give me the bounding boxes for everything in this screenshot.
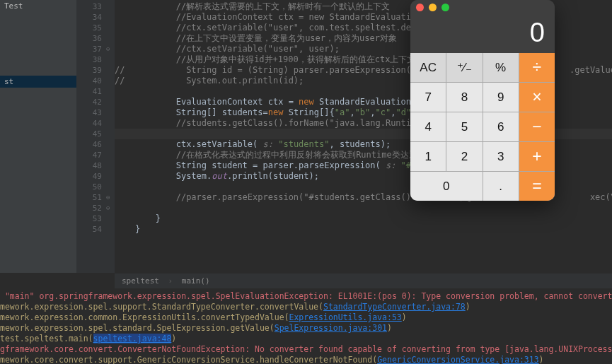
code-token: new bbox=[299, 97, 314, 107]
console-text: mework.core.convert.support.GenericConve… bbox=[0, 355, 377, 364]
code-line[interactable]: } bbox=[115, 213, 612, 224]
code-token: //在上下文中设置变量，变量名为user，内容为user对象 bbox=[115, 33, 397, 43]
calc-button-5[interactable]: 5 bbox=[446, 112, 482, 141]
calc-button-0[interactable]: 0 bbox=[410, 172, 483, 201]
calc-button-AC[interactable]: AC bbox=[410, 53, 446, 82]
console-text: ) bbox=[387, 323, 392, 333]
code-token: String[]{ bbox=[283, 107, 334, 117]
calc-button-÷[interactable]: ÷ bbox=[519, 53, 555, 82]
fold-icon[interactable]: ⊖ bbox=[106, 203, 110, 213]
console-line[interactable]: mework.expression.spel.standard.SpelExpr… bbox=[0, 323, 612, 334]
calc-button-⁺∕₋[interactable]: ⁺∕₋ bbox=[446, 53, 482, 82]
close-icon[interactable] bbox=[416, 4, 424, 11]
calc-button-%[interactable]: % bbox=[483, 53, 519, 82]
calculator-titlebar[interactable] bbox=[410, 0, 555, 15]
line-number[interactable]: 43 bbox=[76, 107, 102, 118]
console-line[interactable]: mework.expression.spel.support.StandardT… bbox=[0, 302, 612, 312]
code-line[interactable]: } bbox=[115, 224, 612, 235]
calc-button-+[interactable]: + bbox=[519, 142, 555, 171]
calc-button-−[interactable]: − bbox=[519, 112, 555, 141]
line-number[interactable]: 33 bbox=[76, 1, 102, 12]
line-number[interactable]: 35 bbox=[76, 23, 102, 33]
line-number[interactable]: 45 bbox=[76, 129, 102, 139]
console-line[interactable]: mework.core.convert.support.GenericConve… bbox=[0, 355, 612, 364]
console-line[interactable]: gframework.core.convert.ConverterNotFoun… bbox=[0, 344, 612, 355]
code-token: s: bbox=[263, 139, 279, 149]
stacktrace-link[interactable]: speltest.java:48 bbox=[93, 334, 172, 344]
stacktrace-link[interactable]: SpelExpression.java:301 bbox=[275, 323, 387, 333]
line-number[interactable]: 54 bbox=[76, 224, 102, 235]
code-token: String student = parser.parseExpression( bbox=[115, 160, 386, 170]
console-line[interactable]: test.speltest.main(speltest.java:48) bbox=[0, 334, 612, 344]
calc-button-8[interactable]: 8 bbox=[446, 83, 482, 112]
line-number[interactable]: 51 bbox=[76, 192, 102, 203]
code-token: String[] students= bbox=[115, 107, 268, 117]
calculator-display: 0 bbox=[410, 15, 555, 53]
code-token: //从用户对象中获得id并+1900，获得解析后的值在ctx上下文中 bbox=[115, 54, 424, 64]
line-number[interactable]: 38 bbox=[76, 54, 102, 65]
code-token: , bbox=[370, 107, 375, 117]
line-number[interactable]: 47 bbox=[76, 150, 102, 160]
code-token: } bbox=[115, 224, 140, 234]
project-sidebar[interactable]: Testst bbox=[0, 0, 76, 273]
zoom-icon[interactable] bbox=[441, 4, 449, 11]
line-number[interactable]: 48 bbox=[76, 160, 102, 171]
code-token: // System.out.println(id); bbox=[115, 76, 304, 86]
calc-button-=[interactable]: = bbox=[519, 172, 555, 201]
console-text: test.speltest.main( bbox=[0, 334, 93, 344]
calc-button-4[interactable]: 4 bbox=[410, 112, 446, 141]
line-number[interactable]: 40 bbox=[76, 76, 102, 86]
code-token: //ctx.setVariable("user", com.test.spelt… bbox=[115, 23, 432, 33]
fold-icon[interactable]: ⊖ bbox=[106, 192, 110, 203]
line-number[interactable]: 53 bbox=[76, 213, 102, 224]
console-text: "main" org.springframework.expression.sp… bbox=[0, 291, 612, 301]
stacktrace-link[interactable]: GenericConversionService.java:313 bbox=[377, 355, 538, 364]
line-number[interactable]: 44 bbox=[76, 118, 102, 129]
console-line[interactable]: "main" org.springframework.expression.sp… bbox=[0, 291, 612, 302]
console-text: ) bbox=[402, 312, 407, 322]
calc-button-decimal[interactable]: . bbox=[483, 172, 519, 201]
calc-button-7[interactable]: 7 bbox=[410, 83, 446, 112]
line-number[interactable]: 42 bbox=[76, 97, 102, 107]
console-line[interactable]: mework.expression.common.ExpressionUtils… bbox=[0, 312, 612, 323]
code-token: } bbox=[115, 213, 161, 223]
console-text: mework.expression.spel.standard.SpelExpr… bbox=[0, 323, 275, 333]
code-token: "a" bbox=[335, 107, 350, 117]
line-number[interactable]: 37 bbox=[76, 44, 102, 54]
sidebar-item[interactable]: st bbox=[0, 76, 76, 88]
line-number[interactable]: 36 bbox=[76, 33, 102, 44]
minimize-icon[interactable] bbox=[429, 4, 437, 11]
calc-button-9[interactable]: 9 bbox=[483, 83, 519, 112]
code-token: new bbox=[268, 107, 284, 117]
breadcrumb[interactable]: speltest › main() bbox=[115, 273, 612, 288]
line-number[interactable]: 41 bbox=[76, 86, 102, 97]
stacktrace-link[interactable]: StandardTypeConverter.java:78 bbox=[323, 302, 466, 312]
code-line[interactable] bbox=[115, 203, 612, 213]
calc-button-3[interactable]: 3 bbox=[483, 142, 519, 171]
calc-button-2[interactable]: 2 bbox=[446, 142, 482, 171]
calc-button-×[interactable]: × bbox=[519, 83, 555, 112]
code-token: s: bbox=[386, 160, 401, 170]
calc-button-6[interactable]: 6 bbox=[483, 112, 519, 141]
stacktrace-link[interactable]: ExpressionUtils.java:53 bbox=[289, 312, 402, 322]
console-text: ) bbox=[539, 355, 544, 364]
chevron-right-icon: › bbox=[164, 276, 178, 286]
code-token: //ctx.setVariable("user", user); bbox=[115, 44, 340, 54]
calculator-keypad: AC⁺∕₋%÷789×456−123+0.= bbox=[410, 53, 555, 201]
calculator-window[interactable]: 0 AC⁺∕₋%÷789×456−123+0.= bbox=[410, 0, 555, 201]
console-text: mework.expression.spel.support.StandardT… bbox=[0, 302, 323, 312]
breadcrumb-part[interactable]: speltest bbox=[122, 276, 159, 286]
line-number[interactable]: 50 bbox=[76, 182, 102, 192]
console-text: ) bbox=[171, 334, 176, 344]
fold-icon[interactable]: ⊖ bbox=[106, 44, 110, 54]
run-console[interactable]: "main" org.springframework.expression.sp… bbox=[0, 288, 612, 364]
line-number[interactable]: 39 bbox=[76, 65, 102, 76]
line-number[interactable]: 34 bbox=[76, 12, 102, 23]
line-number[interactable]: 52 bbox=[76, 203, 102, 213]
line-number[interactable]: 46 bbox=[76, 139, 102, 150]
breadcrumb-part[interactable]: main() bbox=[182, 276, 210, 286]
line-number[interactable]: 49 bbox=[76, 171, 102, 182]
sidebar-item[interactable] bbox=[0, 52, 76, 54]
calc-button-1[interactable]: 1 bbox=[410, 142, 446, 171]
sidebar-item[interactable]: Test bbox=[0, 0, 76, 12]
